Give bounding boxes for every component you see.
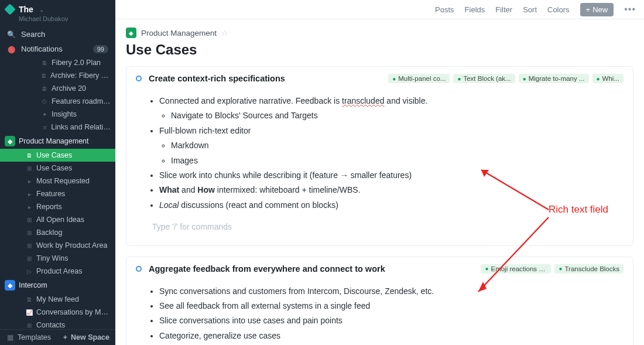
sidebar-item[interactable]: 🗎Use Cases <box>0 149 115 162</box>
tag[interactable]: ●Multi-panel co... <box>388 74 450 83</box>
content-area: ◆ Product Management ☆ Use Cases Create … <box>115 19 644 345</box>
check-icon: ● <box>392 76 396 82</box>
templates-icon: ▦ <box>6 333 14 341</box>
sidebar-item-label: Links and Relations <box>51 123 111 131</box>
status-dot-icon <box>136 266 142 272</box>
tri-o-icon: ▷ <box>26 268 33 275</box>
sidebar-space[interactable]: ◆Product Management <box>0 134 115 149</box>
sidebar-item-label: Features roadmap <box>52 97 111 105</box>
workspace-switcher[interactable]: The ⌄ <box>0 0 115 15</box>
doc-icon: 🗎 <box>26 296 33 303</box>
sidebar-item[interactable]: ⊞Backlog <box>0 226 115 239</box>
sidebar-item[interactable]: ⤭Links and Relations <box>0 121 115 134</box>
plus-icon: + <box>586 5 591 14</box>
link-icon: ⤭ <box>41 124 47 131</box>
sidebar-item[interactable]: ▸Most Requested <box>0 175 115 187</box>
list-item: Slice conversations into use cases and p… <box>159 314 624 327</box>
breadcrumb-space[interactable]: Product Management <box>141 29 217 37</box>
topbar-link[interactable]: Sort <box>523 5 537 14</box>
tag-label: Text Block (ak... <box>463 75 511 82</box>
sidebar-item-label: Archive: Fibery 2.0 Im... <box>50 71 111 80</box>
workspace-logo-icon <box>4 4 16 15</box>
chevron-down-icon: ⌄ <box>39 6 44 13</box>
rich-text-body[interactable]: Sync conversations and customers from In… <box>126 281 633 345</box>
sidebar-item-label: Fibery 2.0 Plan <box>52 59 101 67</box>
topbar-link[interactable]: Fields <box>465 5 485 14</box>
workspace-name: The <box>19 5 33 14</box>
space-icon: ◆ <box>5 136 15 146</box>
tag-label: Transclude Blocks <box>564 265 619 272</box>
tag[interactable]: ●Text Block (ak... <box>453 74 515 83</box>
tri-icon: ▸ <box>26 191 33 197</box>
sidebar-item-label: Features <box>36 190 65 198</box>
topbar-link[interactable]: Filter <box>495 5 512 14</box>
new-button[interactable]: + New <box>580 3 614 16</box>
sidebar-item[interactable]: ⊞Tiny Wins <box>0 252 115 265</box>
sidebar-item-label: Reports <box>36 203 62 211</box>
card-header[interactable]: Aggregate feedback from everywhere and c… <box>126 257 633 281</box>
check-icon: ● <box>523 76 526 82</box>
sidebar-item[interactable]: ⊞Use Cases <box>0 162 115 175</box>
list-item: Connected and explorative narrative. Fee… <box>159 94 624 122</box>
bulb-icon: ✦ <box>41 111 48 118</box>
sidebar-item-label: Product Management <box>19 137 89 145</box>
svg-marker-3 <box>478 282 487 292</box>
card-title: Create context-rich specifications <box>149 74 381 83</box>
doc-icon: 🗎 <box>41 86 48 92</box>
sidebar-item[interactable]: 🗎Archive: Fibery 2.0 Im... <box>0 69 115 82</box>
sidebar-item[interactable]: 📈Conversations by Month by Op... <box>0 306 115 319</box>
more-menu-button[interactable]: ••• <box>624 4 636 15</box>
sidebar-item[interactable]: ⏲Features roadmap <box>0 95 115 108</box>
sidebar-item-label: All Open Ideas <box>36 216 84 224</box>
tag-label: Whi... <box>602 75 619 82</box>
grid-icon: ⊞ <box>26 230 33 236</box>
topbar-link[interactable]: Colors <box>547 5 570 14</box>
sidebar-space[interactable]: ◆Intercom <box>0 278 115 293</box>
notifications-count: 99 <box>93 45 108 53</box>
main-panel: PostsFieldsFilterSortColors + New ••• ◆ … <box>115 0 644 345</box>
list-item: Markdown <box>171 139 624 152</box>
sidebar-item[interactable]: ⊞Contacts <box>0 319 115 329</box>
templates-button[interactable]: ▦ Templates <box>6 333 51 341</box>
sidebar-item[interactable]: 🗎Fibery 2.0 Plan <box>0 56 115 69</box>
nav-tree: 🗎Fibery 2.0 Plan🗎Archive: Fibery 2.0 Im.… <box>0 56 115 329</box>
topbar-link[interactable]: Posts <box>435 5 454 14</box>
card-header[interactable]: Create context-rich specifications●Multi… <box>126 67 633 90</box>
check-icon: ● <box>559 265 562 272</box>
sidebar-item[interactable]: ⊞Work by Product Area <box>0 239 115 252</box>
sidebar-item[interactable]: ▷Product Areas <box>0 265 115 278</box>
sidebar-item[interactable]: ▸Reports <box>0 200 115 213</box>
rich-text-body[interactable]: Connected and explorative narrative. Fee… <box>126 90 633 245</box>
sidebar-item[interactable]: ⊞All Open Ideas <box>0 213 115 226</box>
sidebar-item[interactable]: 🗎Archive 20 <box>0 82 115 95</box>
sidebar-item[interactable]: ▸Features <box>0 187 115 200</box>
tag[interactable]: ●Transclude Blocks <box>554 264 624 274</box>
search-button[interactable]: 🔍 Search <box>0 27 115 42</box>
favorite-star-icon[interactable]: ☆ <box>221 29 228 37</box>
new-space-button[interactable]: + New Space <box>63 333 109 341</box>
templates-label: Templates <box>18 333 51 341</box>
notifications-icon: ⬤ <box>7 45 15 53</box>
status-dot-icon <box>136 76 142 81</box>
grid-icon: ⊞ <box>26 255 33 262</box>
sidebar-item[interactable]: ✦Insights <box>0 108 115 121</box>
search-icon: 🔍 <box>7 30 15 39</box>
sidebar-item-label: Conversations by Month by Op... <box>36 308 111 316</box>
tag[interactable]: ●Whi... <box>592 74 624 83</box>
page-title: Use Cases <box>126 42 633 58</box>
breadcrumb: ◆ Product Management ☆ <box>126 28 633 38</box>
list-item: Full-blown rich-text editorMarkdownImage… <box>159 124 624 167</box>
tag-label: Migrate to-many ... <box>529 75 585 82</box>
sidebar-item-label: Use Cases <box>36 151 72 159</box>
grid-icon: ⊞ <box>26 242 33 249</box>
sidebar-item[interactable]: 🗎My New feed <box>0 293 115 306</box>
annotation-label: Rich text field <box>549 204 608 216</box>
tag[interactable]: ●Migrate to-many ... <box>519 74 589 83</box>
notifications-button[interactable]: ⬤ Notifications 99 <box>0 42 115 56</box>
check-icon: ● <box>457 76 461 82</box>
tag-label: Multi-panel co... <box>398 75 446 82</box>
grid-icon: ⊞ <box>26 322 33 329</box>
plus-icon: + <box>63 333 67 341</box>
sidebar-item-label: My New feed <box>36 295 79 303</box>
sidebar: The ⌄ Michael Dubakov 🔍 Search ⬤ Notific… <box>0 0 115 345</box>
